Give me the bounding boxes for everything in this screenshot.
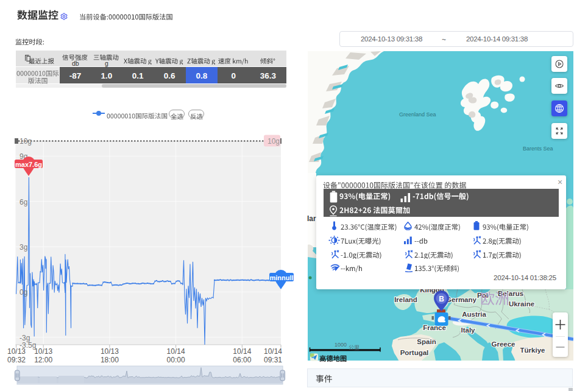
svg-text:Greenland Sea: Greenland Sea [399,111,436,118]
svg-text:Portugal: Portugal [400,349,429,356]
svg-text:Italy: Italy [461,326,475,334]
svg-text:Barents Sea: Barents Sea [523,146,553,152]
svg-text:Ukraine: Ukraine [509,300,534,308]
svg-text:1000: 1000 [335,342,347,348]
svg-text:Ireland: Ireland [394,296,417,303]
svg-text:Greece: Greece [491,340,515,348]
svg-text:Spain: Spain [417,338,436,345]
svg-text:Germany: Germany [446,296,476,303]
svg-text:B: B [439,295,444,303]
svg-text:Austria: Austria [462,311,486,318]
svg-text:Türkiye: Türkiye [520,347,545,354]
